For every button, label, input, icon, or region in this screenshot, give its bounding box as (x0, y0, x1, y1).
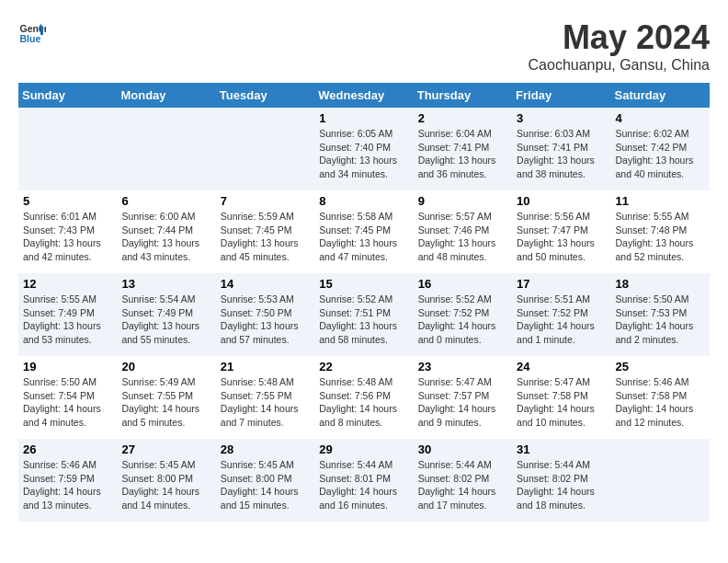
day-number: 25 (616, 360, 705, 373)
day-number: 19 (23, 360, 112, 373)
weekday-header-friday: Friday (512, 83, 610, 108)
calendar-cell: 31Sunrise: 5:44 AM Sunset: 8:02 PM Dayli… (512, 439, 610, 522)
calendar-cell: 4Sunrise: 6:02 AM Sunset: 7:42 PM Daylig… (611, 108, 710, 190)
day-number: 14 (221, 277, 310, 291)
day-detail: Sunrise: 5:45 AM Sunset: 8:00 PM Dayligh… (221, 458, 310, 512)
day-number: 13 (121, 277, 210, 291)
calendar-cell: 29Sunrise: 5:44 AM Sunset: 8:01 PM Dayli… (314, 439, 413, 522)
day-detail: Sunrise: 5:44 AM Sunset: 8:01 PM Dayligh… (319, 458, 408, 512)
calendar-cell: 14Sunrise: 5:53 AM Sunset: 7:50 PM Dayli… (216, 273, 314, 356)
day-number: 11 (616, 194, 705, 208)
day-number: 5 (23, 194, 112, 208)
day-detail: Sunrise: 5:53 AM Sunset: 7:50 PM Dayligh… (221, 293, 310, 347)
day-number: 17 (517, 277, 606, 291)
day-detail: Sunrise: 6:03 AM Sunset: 7:41 PM Dayligh… (517, 127, 606, 181)
day-detail: Sunrise: 6:04 AM Sunset: 7:41 PM Dayligh… (418, 127, 507, 181)
day-detail: Sunrise: 5:46 AM Sunset: 7:59 PM Dayligh… (23, 458, 112, 512)
day-number: 15 (319, 277, 408, 291)
day-detail: Sunrise: 5:55 AM Sunset: 7:48 PM Dayligh… (616, 210, 705, 264)
svg-text:Blue: Blue (20, 33, 41, 44)
day-detail: Sunrise: 5:49 AM Sunset: 7:55 PM Dayligh… (121, 375, 210, 430)
day-detail: Sunrise: 5:54 AM Sunset: 7:49 PM Dayligh… (121, 293, 210, 347)
calendar-cell: 23Sunrise: 5:47 AM Sunset: 7:57 PM Dayli… (414, 356, 512, 439)
weekday-header-row: SundayMondayTuesdayWednesdayThursdayFrid… (18, 83, 710, 108)
day-detail: Sunrise: 5:55 AM Sunset: 7:49 PM Dayligh… (23, 293, 112, 347)
calendar-cell: 15Sunrise: 5:52 AM Sunset: 7:51 PM Dayli… (314, 273, 413, 356)
day-number: 26 (23, 442, 112, 456)
calendar-cell (216, 108, 314, 190)
day-number: 12 (23, 277, 112, 291)
day-number: 23 (418, 360, 507, 373)
day-detail: Sunrise: 6:05 AM Sunset: 7:40 PM Dayligh… (319, 127, 408, 181)
day-number: 24 (517, 360, 606, 373)
calendar-cell: 25Sunrise: 5:46 AM Sunset: 7:58 PM Dayli… (611, 356, 710, 439)
day-detail: Sunrise: 5:46 AM Sunset: 7:58 PM Dayligh… (616, 375, 705, 430)
calendar-cell: 8Sunrise: 5:58 AM Sunset: 7:45 PM Daylig… (314, 190, 413, 273)
day-number: 20 (121, 360, 210, 373)
day-number: 2 (418, 111, 507, 125)
day-detail: Sunrise: 5:52 AM Sunset: 7:52 PM Dayligh… (418, 293, 507, 347)
day-detail: Sunrise: 5:48 AM Sunset: 7:55 PM Dayligh… (221, 375, 310, 430)
day-number: 18 (616, 277, 705, 291)
day-number: 16 (418, 277, 507, 291)
calendar-cell (611, 439, 710, 522)
weekday-header-thursday: Thursday (414, 83, 512, 108)
title-block: May 2024 Caochuanpu, Gansu, China (529, 18, 710, 74)
calendar-cell: 7Sunrise: 5:59 AM Sunset: 7:45 PM Daylig… (216, 190, 314, 273)
day-number: 9 (418, 194, 507, 208)
day-detail: Sunrise: 5:52 AM Sunset: 7:51 PM Dayligh… (319, 293, 408, 347)
calendar-cell: 17Sunrise: 5:51 AM Sunset: 7:52 PM Dayli… (512, 273, 610, 356)
logo: General Blue (18, 18, 46, 46)
calendar-header: SundayMondayTuesdayWednesdayThursdayFrid… (18, 83, 710, 108)
weekday-header-saturday: Saturday (611, 83, 710, 108)
day-detail: Sunrise: 5:50 AM Sunset: 7:53 PM Dayligh… (616, 293, 705, 347)
day-detail: Sunrise: 5:59 AM Sunset: 7:45 PM Dayligh… (221, 210, 310, 264)
day-number: 8 (319, 194, 408, 208)
day-number: 22 (319, 360, 408, 373)
calendar-week-row: 5Sunrise: 6:01 AM Sunset: 7:43 PM Daylig… (18, 190, 710, 273)
page-header: General Blue May 2024 Caochuanpu, Gansu,… (18, 18, 710, 74)
day-number: 1 (319, 111, 408, 125)
calendar-cell: 16Sunrise: 5:52 AM Sunset: 7:52 PM Dayli… (414, 273, 512, 356)
day-detail: Sunrise: 5:44 AM Sunset: 8:02 PM Dayligh… (418, 458, 507, 512)
day-detail: Sunrise: 5:50 AM Sunset: 7:54 PM Dayligh… (23, 375, 112, 430)
calendar-cell: 5Sunrise: 6:01 AM Sunset: 7:43 PM Daylig… (18, 190, 117, 273)
calendar-cell: 6Sunrise: 6:00 AM Sunset: 7:44 PM Daylig… (117, 190, 215, 273)
calendar-cell: 30Sunrise: 5:44 AM Sunset: 8:02 PM Dayli… (414, 439, 512, 522)
day-detail: Sunrise: 5:56 AM Sunset: 7:47 PM Dayligh… (517, 210, 606, 264)
weekday-header-sunday: Sunday (18, 83, 117, 108)
day-number: 3 (517, 111, 606, 125)
calendar-cell: 12Sunrise: 5:55 AM Sunset: 7:49 PM Dayli… (18, 273, 117, 356)
calendar-cell: 28Sunrise: 5:45 AM Sunset: 8:00 PM Dayli… (216, 439, 314, 522)
calendar-cell (117, 108, 215, 190)
day-detail: Sunrise: 5:47 AM Sunset: 7:57 PM Dayligh… (418, 375, 507, 430)
weekday-header-wednesday: Wednesday (314, 83, 413, 108)
calendar-week-row: 1Sunrise: 6:05 AM Sunset: 7:40 PM Daylig… (18, 108, 710, 190)
day-detail: Sunrise: 6:00 AM Sunset: 7:44 PM Dayligh… (121, 210, 210, 264)
calendar-cell: 2Sunrise: 6:04 AM Sunset: 7:41 PM Daylig… (414, 108, 512, 190)
calendar-week-row: 12Sunrise: 5:55 AM Sunset: 7:49 PM Dayli… (18, 273, 710, 356)
day-detail: Sunrise: 6:02 AM Sunset: 7:42 PM Dayligh… (616, 127, 705, 181)
calendar-cell: 22Sunrise: 5:48 AM Sunset: 7:56 PM Dayli… (314, 356, 413, 439)
day-number: 27 (121, 442, 210, 456)
day-detail: Sunrise: 5:45 AM Sunset: 8:00 PM Dayligh… (121, 458, 210, 512)
day-number: 6 (121, 194, 210, 208)
location-title: Caochuanpu, Gansu, China (529, 57, 710, 74)
day-detail: Sunrise: 5:44 AM Sunset: 8:02 PM Dayligh… (517, 458, 606, 512)
day-number: 4 (616, 111, 705, 125)
calendar-table: SundayMondayTuesdayWednesdayThursdayFrid… (18, 83, 710, 522)
day-detail: Sunrise: 5:51 AM Sunset: 7:52 PM Dayligh… (517, 293, 606, 347)
day-number: 21 (221, 360, 310, 373)
day-detail: Sunrise: 5:58 AM Sunset: 7:45 PM Dayligh… (319, 210, 408, 264)
calendar-cell: 26Sunrise: 5:46 AM Sunset: 7:59 PM Dayli… (18, 439, 117, 522)
day-number: 10 (517, 194, 606, 208)
calendar-cell: 19Sunrise: 5:50 AM Sunset: 7:54 PM Dayli… (18, 356, 117, 439)
day-number: 29 (319, 442, 408, 456)
calendar-cell (18, 108, 117, 190)
day-number: 7 (221, 194, 310, 208)
calendar-week-row: 26Sunrise: 5:46 AM Sunset: 7:59 PM Dayli… (18, 439, 710, 522)
weekday-header-tuesday: Tuesday (216, 83, 314, 108)
day-detail: Sunrise: 5:47 AM Sunset: 7:58 PM Dayligh… (517, 375, 606, 430)
day-detail: Sunrise: 5:48 AM Sunset: 7:56 PM Dayligh… (319, 375, 408, 430)
calendar-cell: 20Sunrise: 5:49 AM Sunset: 7:55 PM Dayli… (117, 356, 215, 439)
